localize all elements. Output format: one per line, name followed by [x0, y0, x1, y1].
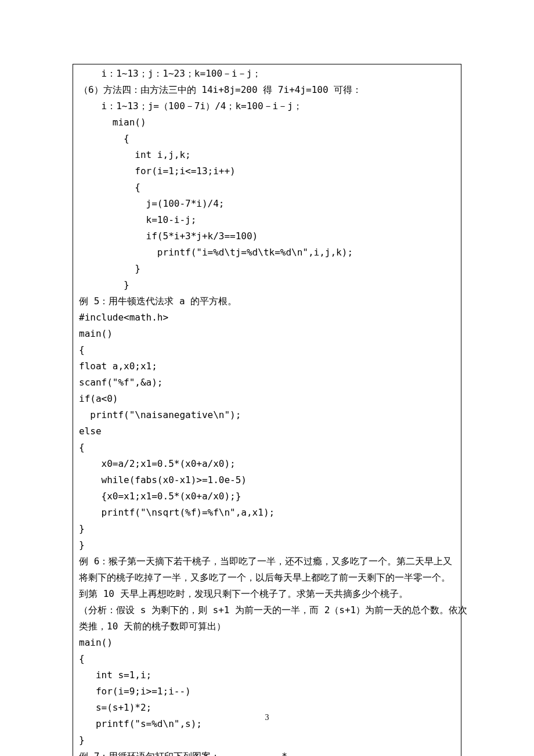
text-line: （6）方法四：由方法三中的 14i+8j=200 得 7i+4j=100 可得： [79, 82, 455, 98]
code-line: printf("i=%d\tj=%d\tk=%d\n",i,j,k); [79, 244, 455, 261]
code-line: main() [79, 635, 455, 651]
code-line: for(i=9;i>=1;i--) [79, 683, 455, 700]
text-line: 例 7：用循环语句打印下列图案： * [79, 748, 455, 756]
text-line: 例 5：用牛顿迭代法求 a 的平方根。 [79, 293, 455, 309]
code-line: {x0=x1;x1=0.5*(x0+a/x0);} [79, 488, 455, 505]
text-line: 将剩下的桃子吃掉了一半，又多吃了一个，以后每天早上都吃了前一天剩下的一半零一个。 [79, 570, 455, 586]
code-line: float a,x0;x1; [79, 358, 455, 375]
code-line: #include<math.h> [79, 309, 455, 326]
code-line: main() [79, 326, 455, 342]
code-line: int i,j,k; [79, 147, 455, 163]
code-line: { [79, 131, 455, 147]
code-line: printf("\nsqrt(%f)=%f\n",a,x1); [79, 505, 455, 521]
code-line: while(fabs(x0-x1)>=1.0e-5) [79, 472, 455, 488]
code-line: printf("\naisanegative\n"); [79, 407, 455, 423]
code-line: { [79, 179, 455, 196]
code-line: else [79, 423, 455, 440]
document-page: i：1~13；j：1~23；k=100－i－j； （6）方法四：由方法三中的 1… [0, 0, 534, 756]
text-line: i：1~13；j：1~23；k=100－i－j； [79, 66, 455, 82]
code-line: { [79, 342, 455, 358]
code-line: } [79, 732, 455, 748]
text-line: 例 6：猴子第一天摘下若干桃子，当即吃了一半，还不过瘾，又多吃了一个。第二天早上… [79, 553, 455, 570]
code-line: x0=a/2;x1=0.5*(x0+a/x0); [79, 456, 455, 472]
text-line: （分析：假设 s 为剩下的，则 s+1 为前一天的一半，而 2（s+1）为前一天… [79, 602, 455, 618]
text-line: 类推，10 天前的桃子数即可算出） [79, 618, 455, 635]
code-line: } [79, 261, 455, 277]
code-line: k=10-i-j; [79, 212, 455, 228]
code-line: if(5*i+3*j+k/3==100) [79, 228, 455, 244]
content-box: i：1~13；j：1~23；k=100－i－j； （6）方法四：由方法三中的 1… [73, 64, 461, 756]
code-line: { [79, 440, 455, 456]
code-line: for(i=1;i<=13;i++) [79, 163, 455, 179]
code-line: mian() [79, 114, 455, 131]
code-line: j=(100-7*i)/4; [79, 196, 455, 212]
code-line: } [79, 277, 455, 293]
code-line: int s=1,i; [79, 667, 455, 683]
text-line: 到第 10 天早上再想吃时，发现只剩下一个桃子了。求第一天共摘多少个桃子。 [79, 586, 455, 602]
code-line: { [79, 651, 455, 667]
code-line: } [79, 537, 455, 553]
code-line: } [79, 521, 455, 537]
code-line: if(a<0) [79, 391, 455, 407]
text-line: i：1~13；j=（100－7i）/4；k=100－i－j； [79, 98, 455, 114]
page-number: 3 [0, 711, 534, 725]
code-line: scanf("%f",&a); [79, 375, 455, 391]
